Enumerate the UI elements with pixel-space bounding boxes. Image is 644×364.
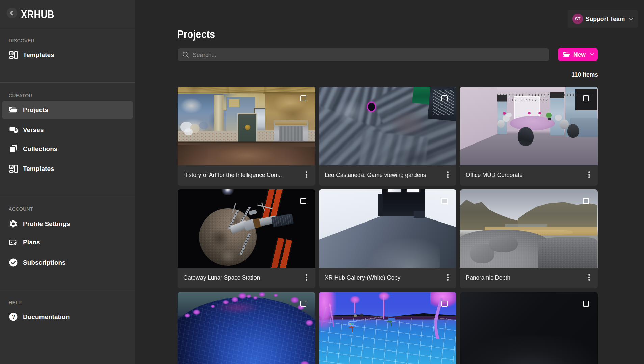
svg-text:?: ?	[12, 314, 15, 320]
